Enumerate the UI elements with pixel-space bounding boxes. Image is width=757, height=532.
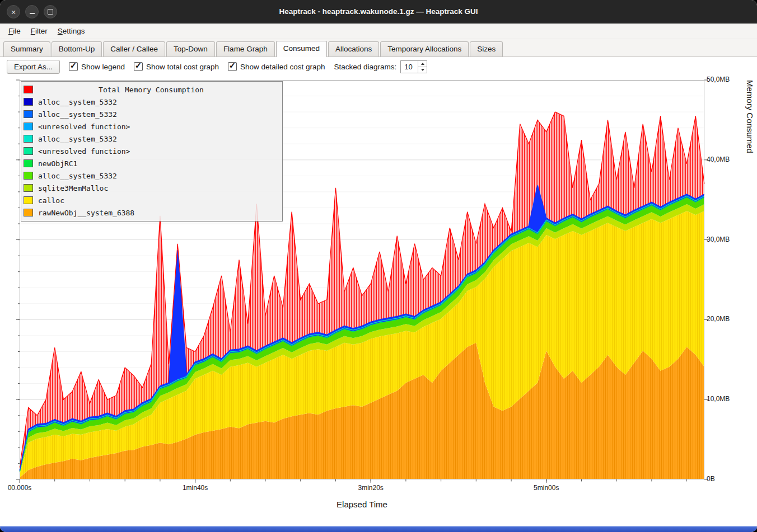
legend-item: newObjRC1 xyxy=(24,157,279,170)
legend-swatch xyxy=(24,98,33,106)
legend-swatch xyxy=(24,184,33,192)
stacked-diagrams-control: Stacked diagrams: 10 xyxy=(334,60,428,73)
checkbox-label: Show total cost graph xyxy=(146,63,219,71)
x-axis-tick-label: 5min00s xyxy=(521,484,572,492)
tab-top-down[interactable]: Top-Down xyxy=(166,41,215,57)
legend-item: <unresolved function> xyxy=(24,145,279,157)
checkbox-label: Show legend xyxy=(81,63,125,71)
x-axis-tick-label: 00.000s xyxy=(0,484,45,492)
legend-item: calloc xyxy=(24,194,279,206)
legend-swatch xyxy=(24,110,33,118)
y-axis-tick-label: 30,0MB xyxy=(707,236,730,243)
menu-file[interactable]: File xyxy=(3,25,26,37)
tab-temporary-allocations[interactable]: Temporary Allocations xyxy=(380,41,469,57)
checkbox-checked-icon xyxy=(69,62,78,71)
legend-item: alloc__system_5332 xyxy=(24,133,279,145)
menu-settings[interactable]: Settings xyxy=(53,25,90,37)
y-axis-title: Memory Consumed xyxy=(745,80,755,479)
window-title: Heaptrack - heaptrack.wakunode.1.gz — He… xyxy=(0,0,757,23)
maximize-button[interactable] xyxy=(44,5,57,18)
menu-bar: File Filter Settings xyxy=(0,23,757,39)
legend-swatch xyxy=(24,196,33,204)
legend-item: alloc__system_5332 xyxy=(24,96,279,108)
legend-item: sqlite3MemMalloc xyxy=(24,182,279,194)
spinner-buttons xyxy=(418,61,427,73)
legend-title-row: Total Memory Consumption xyxy=(24,83,279,96)
legend-item-label: alloc__system_5332 xyxy=(38,172,117,180)
legend-swatch xyxy=(24,172,33,180)
close-icon xyxy=(11,7,16,17)
tab-caller-callee[interactable]: Caller / Callee xyxy=(103,41,165,57)
spinner-value[interactable]: 10 xyxy=(401,61,418,73)
legend-swatch xyxy=(24,86,33,93)
tab-summary[interactable]: Summary xyxy=(3,41,50,57)
legend-swatch xyxy=(24,209,33,216)
legend-item-label: alloc__system_5332 xyxy=(38,110,117,119)
x-axis-title: Elapsed Time xyxy=(20,500,704,509)
chart-area: Total Memory Consumption alloc__system_5… xyxy=(0,76,757,526)
legend-swatch xyxy=(24,123,33,130)
show-detailed-cost-graph-checkbox[interactable]: Show detailed cost graph xyxy=(228,62,325,71)
title-bar: Heaptrack - heaptrack.wakunode.1.gz — He… xyxy=(0,0,757,23)
legend-swatch xyxy=(24,147,33,155)
export-as-button[interactable]: Export As... xyxy=(7,60,60,74)
legend-item: alloc__system_5332 xyxy=(24,108,279,120)
legend-item-label: calloc xyxy=(38,196,64,205)
legend-item: alloc__system_5332 xyxy=(24,170,279,182)
tab-sizes[interactable]: Sizes xyxy=(470,41,503,57)
bottom-bar xyxy=(0,526,757,532)
tab-consumed[interactable]: Consumed xyxy=(276,41,327,57)
y-axis-tick-label: 10,0MB xyxy=(707,395,730,403)
maximize-icon xyxy=(48,9,53,15)
legend-item: <unresolved function> xyxy=(24,120,279,133)
legend-item: rawNewObj__system_6388 xyxy=(24,206,279,219)
spin-up-button[interactable] xyxy=(418,61,427,67)
spin-down-button[interactable] xyxy=(418,67,427,73)
minimize-icon xyxy=(30,10,35,14)
spin-up-icon xyxy=(421,63,424,65)
spin-down-icon xyxy=(421,69,424,71)
legend-item-label: alloc__system_5332 xyxy=(38,98,117,106)
tab-flame-graph[interactable]: Flame Graph xyxy=(216,41,275,57)
legend-title: Total Memory Consumption xyxy=(38,86,264,94)
close-button[interactable] xyxy=(7,5,20,18)
legend-item-label: newObjRC1 xyxy=(38,159,77,168)
window-controls xyxy=(7,0,57,23)
y-axis-tick-label: 0B xyxy=(707,475,715,483)
heaptrack-window: Heaptrack - heaptrack.wakunode.1.gz — He… xyxy=(0,0,757,532)
chart-legend: Total Memory Consumption alloc__system_5… xyxy=(21,81,283,222)
y-axis-tick-label: 40,0MB xyxy=(707,156,730,163)
tab-bottom-up[interactable]: Bottom-Up xyxy=(52,41,102,57)
tab-allocations[interactable]: Allocations xyxy=(328,41,379,57)
show-legend-checkbox[interactable]: Show legend xyxy=(69,62,125,71)
memory-consumption-plot[interactable]: Total Memory Consumption alloc__system_5… xyxy=(20,80,704,479)
show-total-cost-graph-checkbox[interactable]: Show total cost graph xyxy=(134,62,219,71)
checkbox-label: Show detailed cost graph xyxy=(240,63,325,71)
legend-item-label: sqlite3MemMalloc xyxy=(38,184,108,192)
minimize-button[interactable] xyxy=(25,5,39,18)
checkbox-checked-icon xyxy=(228,62,237,71)
x-axis-tick-label: 1min40s xyxy=(170,484,221,492)
menu-filter[interactable]: Filter xyxy=(26,25,53,37)
stacked-diagrams-spinner[interactable]: 10 xyxy=(400,60,427,73)
x-axis-tick-label: 3min20s xyxy=(345,484,396,492)
y-axis-tick-label: 50,0MB xyxy=(707,76,730,83)
legend-item-label: rawNewObj__system_6388 xyxy=(38,209,134,217)
tab-bar: Summary Bottom-Up Caller / Callee Top-Do… xyxy=(0,39,757,57)
legend-swatch xyxy=(24,135,33,143)
checkbox-checked-icon xyxy=(134,62,143,71)
legend-item-label: <unresolved function> xyxy=(38,123,130,131)
legend-swatch xyxy=(24,159,33,167)
legend-item-label: <unresolved function> xyxy=(38,147,130,156)
y-axis-labels: 50,0MB40,0MB30,0MB20,0MB10,0MB0B xyxy=(707,76,747,484)
stacked-diagrams-label: Stacked diagrams: xyxy=(334,63,397,71)
y-axis-tick-label: 20,0MB xyxy=(707,315,730,323)
legend-item-label: alloc__system_5332 xyxy=(38,135,117,143)
toolbar: Export As... Show legend Show total cost… xyxy=(0,57,757,76)
